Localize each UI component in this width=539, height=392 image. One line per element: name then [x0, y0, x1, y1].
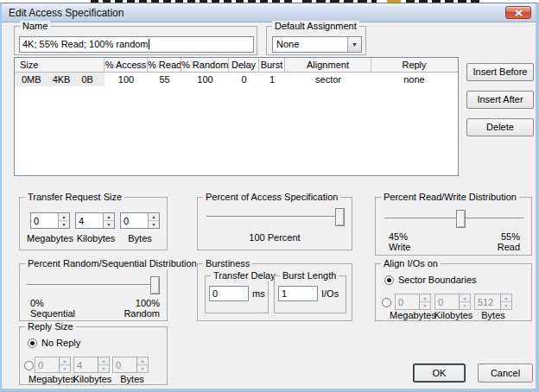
spinner-down-icon[interactable]: ▼	[137, 365, 148, 372]
spinner-down-icon[interactable]: ▼	[59, 221, 69, 228]
random-cell[interactable]: 100	[181, 73, 229, 86]
bytes-unit-label: Bytes	[111, 374, 153, 384]
sector-boundaries-radio[interactable]	[384, 275, 394, 285]
spinner-up-icon[interactable]: ▲	[60, 357, 70, 365]
delay-cell[interactable]: 0	[229, 73, 259, 86]
spinner-up-icon[interactable]: ▲	[420, 294, 430, 302]
burst-length-value: 1	[282, 288, 287, 299]
burst-length-input[interactable]: 1	[278, 286, 318, 301]
reply-megabytes-value: 0	[35, 357, 59, 372]
name-group-label: Name	[20, 21, 50, 32]
ms-unit-label: ms	[252, 288, 265, 299]
column-header-random[interactable]: % Random	[181, 58, 229, 72]
column-header-delay[interactable]: Delay	[229, 58, 259, 72]
size-mb: 0MB	[22, 73, 41, 86]
column-header-alignment[interactable]: Alignment	[285, 58, 371, 72]
slider-thumb[interactable]	[456, 210, 466, 228]
table-row[interactable]: 0MB 4KB 0B 100 55 100 0 1 sector none	[15, 73, 458, 86]
align-bytes-value: 512	[475, 294, 500, 309]
align-megabytes-stepper[interactable]: 0 ▲▼	[395, 294, 431, 310]
spinner-up-icon[interactable]: ▲	[104, 213, 114, 221]
edit-access-specification-dialog: Edit Access Specification Name 4K; 55% R…	[0, 3, 539, 392]
transfer-request-size-group: Transfer Request Size 0 ▲▼ 4 ▲▼ 0 ▲▼ Meg…	[19, 197, 168, 250]
reply-megabytes-stepper[interactable]: 0 ▲▼	[35, 357, 71, 373]
access-spec-list[interactable]: Size % Access % Read % Random Delay Burs…	[14, 57, 459, 176]
ok-button[interactable]: OK	[413, 364, 466, 383]
cancel-button[interactable]: Cancel	[478, 364, 533, 383]
transfer-delay-group: Transfer Delay 0 ms	[205, 275, 269, 313]
custom-alignment-radio[interactable]	[382, 298, 391, 307]
column-header-read[interactable]: % Read	[148, 58, 181, 72]
random-seq-label: Percent Random/Sequential Distribution	[25, 258, 200, 269]
close-button[interactable]	[505, 6, 531, 19]
reply-bytes-stepper[interactable]: 0 ▲▼	[112, 357, 149, 373]
slider-thumb[interactable]	[150, 276, 160, 294]
spinner-up-icon[interactable]: ▲	[137, 357, 148, 365]
write-percent: 45%	[389, 231, 408, 242]
custom-reply-radio[interactable]	[24, 361, 34, 370]
insert-after-button[interactable]: Insert After	[466, 91, 534, 109]
dropdown-arrow-icon[interactable]: ▼	[347, 37, 361, 52]
megabytes-unit-label: Megabytes	[23, 233, 77, 243]
access-cell[interactable]: 100	[105, 73, 148, 86]
bytes-stepper[interactable]: 0 ▲▼	[120, 212, 160, 229]
slider-track[interactable]	[384, 218, 523, 219]
burst-cell[interactable]: 1	[259, 73, 285, 86]
spinner-down-icon[interactable]: ▼	[104, 221, 114, 228]
align-kilobytes-stepper[interactable]: 0 ▲▼	[434, 294, 471, 310]
align-kilobytes-value: 0	[435, 294, 459, 309]
percent-access-slider[interactable]	[206, 208, 345, 226]
transfer-delay-label: Transfer Delay	[211, 270, 278, 281]
insert-before-button[interactable]: Insert Before	[466, 63, 534, 81]
spinner-down-icon[interactable]: ▼	[98, 365, 109, 372]
spinner-down-icon[interactable]: ▼	[60, 365, 70, 372]
name-input[interactable]: 4K; 55% Read; 100% random	[19, 36, 254, 53]
dialog-title: Edit Access Specification	[9, 3, 124, 22]
reply-kilobytes-stepper[interactable]: 4 ▲▼	[73, 357, 110, 373]
spinner-down-icon[interactable]: ▼	[460, 302, 470, 309]
align-bytes-stepper[interactable]: 512 ▲▼	[474, 294, 512, 310]
reply-bytes-value: 0	[113, 357, 136, 372]
column-header-size[interactable]: Size	[15, 58, 105, 72]
column-header-reply[interactable]: Reply	[371, 58, 457, 72]
slider-track[interactable]	[27, 284, 160, 286]
size-kb: 4KB	[53, 73, 71, 86]
column-header-access[interactable]: % Access	[105, 58, 148, 72]
burstiness-group: Burstiness Transfer Delay 0 ms Burst Len…	[197, 263, 352, 321]
burst-length-group: Burst Length 1 I/Os	[274, 275, 346, 313]
spinner-down-icon[interactable]: ▼	[501, 302, 511, 309]
close-icon	[515, 9, 523, 16]
reply-cell[interactable]: none	[371, 73, 457, 86]
spinner-up-icon[interactable]: ▲	[501, 294, 511, 302]
transfer-delay-input[interactable]: 0	[209, 286, 249, 301]
spinner-down-icon[interactable]: ▼	[149, 221, 159, 228]
alignment-cell[interactable]: sector	[285, 73, 371, 86]
spinner-up-icon[interactable]: ▲	[460, 294, 470, 302]
slider-track[interactable]	[206, 216, 345, 218]
slider-thumb[interactable]	[335, 208, 345, 226]
read-cell[interactable]: 55	[148, 73, 181, 86]
spinner-down-icon[interactable]: ▼	[420, 302, 430, 309]
column-header-burst[interactable]: Burst	[259, 58, 285, 72]
transfer-delay-value: 0	[212, 288, 218, 299]
size-cell[interactable]: 0MB 4KB 0B	[15, 73, 105, 86]
bytes-value: 0	[121, 213, 148, 228]
name-input-value: 4K; 55% Read; 100% random	[22, 39, 149, 49]
random-seq-slider[interactable]	[27, 276, 160, 294]
default-assignment-dropdown[interactable]: None ▼	[272, 36, 362, 53]
percent-access-group: Percent of Access Specification 100 Perc…	[197, 197, 352, 250]
align-ios-label: Align I/Os on	[381, 258, 441, 269]
no-reply-radio[interactable]	[28, 338, 37, 348]
kilobytes-unit-label: Kilobytes	[68, 374, 117, 384]
kilobytes-stepper[interactable]: 4 ▲▼	[75, 212, 115, 229]
spinner-up-icon[interactable]: ▲	[59, 213, 69, 221]
read-write-slider[interactable]	[384, 210, 523, 228]
sector-boundaries-label: Sector Boundaries	[398, 275, 477, 285]
title-bar[interactable]: Edit Access Specification	[2, 3, 536, 22]
kilobytes-unit-label: Kilobytes	[70, 233, 122, 243]
spinner-up-icon[interactable]: ▲	[149, 213, 159, 221]
spinner-up-icon[interactable]: ▲	[98, 357, 109, 365]
megabytes-stepper[interactable]: 0 ▲▼	[30, 212, 70, 229]
delete-button[interactable]: Delete	[466, 118, 534, 136]
burstiness-label: Burstiness	[203, 258, 252, 269]
